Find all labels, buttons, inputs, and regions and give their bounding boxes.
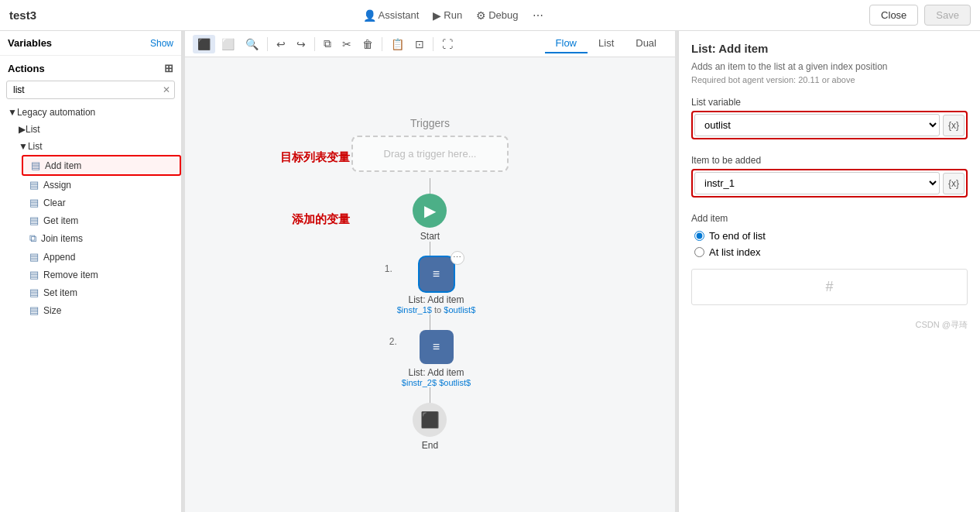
connector-0 (430, 178, 430, 194)
append-icon: ▤ (29, 251, 39, 263)
append-label: Append (43, 252, 75, 263)
right-panel: List: Add item Adds an item to the list … (678, 31, 980, 512)
join-items-icon: ⧉ (29, 232, 36, 245)
node1-label: List: Add item (408, 294, 464, 305)
caret-down-icon: ▼ (8, 107, 17, 118)
assistant-icon: 👤 (363, 9, 376, 22)
list-item-remove-item[interactable]: ▤ Remove item (22, 266, 181, 283)
tab-dual[interactable]: Dual (625, 34, 667, 53)
assistant-button[interactable]: 👤 Assistant (359, 7, 423, 24)
clear-label: Clear (43, 198, 66, 208)
paste-button[interactable]: 📋 (386, 35, 409, 53)
radio-end-row: To end of list (691, 230, 968, 242)
list-group-label-1: List (26, 124, 40, 135)
item-expr-button[interactable]: {x} (943, 173, 965, 194)
node1-icon: ≡ (433, 267, 440, 281)
undo-button[interactable]: ↩ (272, 35, 290, 53)
list-variable-field-box: outlist {x} (691, 111, 968, 139)
tab-list[interactable]: List (588, 34, 625, 53)
zoom-tool-button[interactable]: 🔍 (241, 35, 263, 53)
node1-more-button[interactable]: ⋯ (451, 251, 464, 265)
redo-button[interactable]: ↪ (292, 35, 310, 53)
close-button[interactable]: Close (869, 5, 918, 26)
save-button: Save (924, 5, 971, 26)
size-label: Size (43, 305, 61, 316)
run-button[interactable]: ▶ Run (429, 7, 466, 24)
list-group-header-1[interactable]: ▶ List (11, 121, 181, 138)
variables-label: Variables (8, 37, 52, 49)
actions-header: Actions ⊞ (0, 56, 181, 77)
cut-button[interactable]: ✂ (338, 35, 356, 53)
tool-sep-4 (433, 37, 433, 51)
paste-alt-button[interactable]: ⊡ (410, 35, 429, 53)
start-node-wrap: ▶ Start (413, 194, 447, 242)
list-variable-expr-button[interactable]: {x} (943, 115, 965, 136)
legacy-automation-label: Legacy automation (17, 107, 95, 118)
end-node-wrap: ⬛ End (413, 403, 447, 451)
debug-icon: ⚙ (476, 9, 486, 22)
hash-symbol: # (825, 279, 833, 294)
list-item-size[interactable]: ▤ Size (22, 301, 181, 319)
search-input[interactable] (6, 81, 175, 99)
connect-button[interactable]: ⛶ (437, 35, 457, 53)
triggers-drop-zone[interactable]: Drag a trigger here... (351, 136, 509, 172)
assign-label: Assign (43, 180, 71, 191)
node2-action[interactable]: ≡ (420, 330, 454, 364)
clear-icon: ▤ (29, 197, 39, 208)
list-item-get-item[interactable]: ▤ Get item (22, 211, 181, 229)
radio-index-input[interactable] (694, 247, 704, 257)
connector-1 (430, 242, 430, 257)
list-variable-section: List variable outlist {x} (679, 92, 980, 150)
node1-num: 1. (385, 263, 392, 274)
assign-icon: ▤ (29, 179, 39, 191)
canvas-content: Triggers Drag a trigger here... ▶ Start … (185, 57, 675, 510)
list-item-add-item[interactable]: ▤ Add item (22, 155, 181, 176)
more-options-button[interactable]: ⋯ (529, 7, 547, 24)
topbar: test3 👤 Assistant ▶ Run ⚙ Debug ⋯ Close … (0, 0, 980, 31)
node1-wrap: ≡ ⋯ List: Add item $instr_1$ to $outlist… (397, 257, 476, 314)
list-item-assign[interactable]: ▤ Assign (22, 176, 181, 194)
select-tool-button[interactable]: ⬛ (193, 35, 215, 53)
topbar-center: 👤 Assistant ▶ Run ⚙ Debug ⋯ (359, 7, 547, 24)
actions-settings-icon[interactable]: ⊞ (164, 62, 173, 74)
end-label: End (422, 440, 438, 451)
set-item-icon: ▤ (29, 287, 39, 298)
item-to-add-select-row: instr_1 {x} (694, 172, 965, 194)
item-to-add-select[interactable]: instr_1 (694, 172, 940, 194)
app-title: test3 (9, 9, 36, 22)
item-to-add-section: Item to be added instr_1 {x} (679, 150, 980, 208)
flow-diagram: Triggers Drag a trigger here... ▶ Start … (336, 101, 525, 466)
legacy-automation-header[interactable]: ▼ Legacy automation (0, 104, 181, 121)
list-variable-select-row: outlist {x} (694, 114, 965, 136)
tool-sep-2 (314, 37, 315, 51)
annotation-first: 目标列表变量 (280, 150, 350, 165)
join-items-label: Join items (41, 233, 83, 244)
item-to-add-label: Item to be added (691, 155, 968, 166)
list-group-label-2: List (28, 141, 43, 152)
search-clear-button[interactable]: ✕ (163, 84, 170, 95)
list-item-clear[interactable]: ▤ Clear (22, 194, 181, 211)
get-item-label: Get item (43, 215, 78, 226)
variables-header: Variables Show (0, 31, 181, 56)
show-link[interactable]: Show (150, 38, 173, 49)
left-panel: Variables Show Actions ⊞ ✕ ▼ Legacy auto… (0, 31, 182, 512)
delete-button[interactable]: 🗑 (358, 35, 378, 53)
node1-action[interactable]: ≡ ⋯ (420, 257, 454, 291)
end-node[interactable]: ⬛ (413, 403, 447, 437)
right-panel-req: Required bot agent version: 20.11 or abo… (679, 75, 980, 92)
list-item-join-items[interactable]: ⧉ Join items (22, 229, 181, 248)
list-item-append[interactable]: ▤ Append (22, 248, 181, 266)
node2-label: List: Add item (408, 367, 464, 378)
start-node[interactable]: ▶ (413, 194, 447, 228)
radio-end-input[interactable] (694, 231, 704, 241)
debug-button[interactable]: ⚙ Debug (472, 7, 522, 24)
list-group-first: ▶ List (0, 121, 181, 138)
list-group-header-2[interactable]: ▼ List (11, 138, 181, 155)
list-item-set-item[interactable]: ▤ Set item (22, 283, 181, 301)
list-variable-select[interactable]: outlist (694, 114, 940, 136)
add-item-radio-group: To end of list At list index (691, 227, 968, 266)
lasso-tool-button[interactable]: ⬜ (217, 35, 239, 53)
copy-button[interactable]: ⧉ (319, 34, 336, 53)
tab-flow[interactable]: Flow (545, 34, 588, 53)
tool-sep-1 (267, 37, 268, 51)
